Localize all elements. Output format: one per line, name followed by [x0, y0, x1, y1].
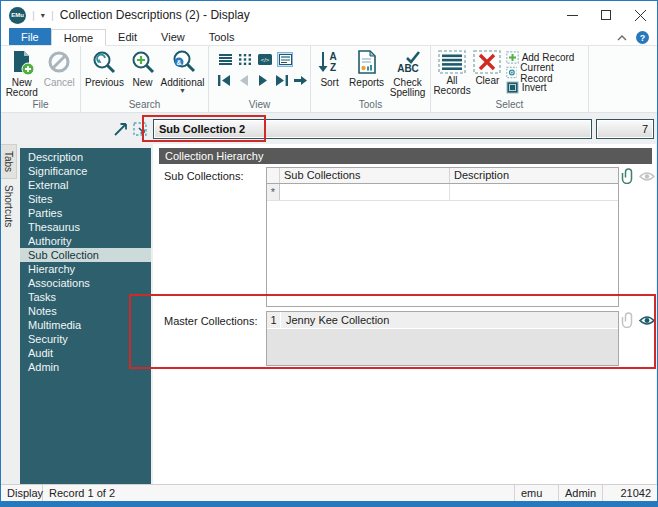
reports-icon	[355, 50, 379, 76]
side-tab-strip: Tabs Shortcuts	[1, 144, 20, 484]
text-view-icon[interactable]: </>	[257, 52, 273, 67]
all-records-icon	[438, 50, 466, 74]
svg-text:ABC: ABC	[397, 63, 419, 74]
select-record-icon[interactable]	[133, 122, 147, 136]
additional-search-button[interactable]: & Additional ▼	[159, 48, 206, 94]
sub-collections-table[interactable]: Sub Collections Description *	[266, 167, 619, 307]
svg-text:</>: </>	[261, 57, 270, 63]
sidebar-item-admin[interactable]: Admin	[20, 360, 151, 374]
collapse-ribbon-icon[interactable]	[617, 35, 627, 41]
ribbon-group-search: Previous New &	[81, 46, 209, 112]
status-code: 21042	[603, 485, 657, 501]
app-window: EMu | ▾ | Collection Descriptions (2) - …	[0, 0, 658, 507]
sidebar-item-description[interactable]: Description	[20, 150, 151, 164]
next-record-icon[interactable]	[255, 73, 270, 87]
group-label-select: Select	[431, 99, 588, 112]
new-search-button[interactable]: New	[126, 48, 159, 88]
sidebar-item-audit[interactable]: Audit	[20, 346, 151, 360]
sidebar-item-external[interactable]: External	[20, 178, 151, 192]
maximize-button[interactable]	[589, 1, 623, 29]
close-button[interactable]	[623, 1, 657, 29]
view-attachment-icon[interactable]	[639, 315, 655, 326]
list-view-icon[interactable]	[217, 52, 233, 67]
invert-selection-icon	[506, 81, 519, 94]
sidebar-item-associations[interactable]: Associations	[20, 276, 151, 290]
status-bar: Display Record 1 of 2 emu Admin 21042	[1, 484, 657, 501]
sidebar-item-hierarchy[interactable]: Hierarchy	[20, 262, 151, 276]
side-tab-shortcuts[interactable]: Shortcuts	[1, 179, 16, 233]
clear-selection-icon	[473, 50, 501, 74]
previous-record-icon[interactable]	[236, 73, 251, 87]
sidebar-item-parties[interactable]: Parties	[20, 206, 151, 220]
status-record-info: Record 1 of 2	[43, 485, 515, 501]
side-tab-tabs[interactable]: Tabs	[1, 144, 17, 179]
tab-home[interactable]: Home	[51, 29, 106, 46]
ribbon-tab-strip: File Home Edit View Tools ?	[1, 29, 657, 46]
description-cell[interactable]	[450, 184, 618, 200]
sidebar-item-authority[interactable]: Authority	[20, 234, 151, 248]
record-summary-bar[interactable]: Sub Collection 2	[153, 119, 592, 139]
record-summary-row: Sub Collection 2 7	[1, 113, 657, 144]
attach-icon[interactable]	[621, 312, 636, 328]
new-row-marker: *	[267, 184, 280, 200]
ribbon: New Record Cancel File	[1, 46, 657, 113]
tab-tools[interactable]: Tools	[197, 28, 247, 45]
master-collections-label: Master Collections:	[164, 315, 258, 327]
master-collection-row[interactable]: 1 Jenny Kee Collection	[267, 312, 618, 329]
new-search-icon	[130, 50, 156, 76]
svg-text:Z: Z	[330, 62, 336, 73]
sort-button[interactable]: A Z Sort	[313, 48, 346, 88]
sidebar-item-thesaurus[interactable]: Thesaurus	[20, 220, 151, 234]
minimize-button[interactable]	[555, 1, 589, 29]
sidebar-item-significance[interactable]: Significance	[20, 164, 151, 178]
goto-record-icon[interactable]	[293, 73, 308, 87]
clear-selection-button[interactable]: Clear	[471, 48, 504, 86]
sidebar-item-security[interactable]: Security	[20, 332, 151, 346]
help-icon[interactable]: ?	[636, 31, 649, 44]
pointer-cursor-icon[interactable]	[114, 122, 127, 136]
previous-search-icon	[91, 50, 117, 76]
check-spelling-button[interactable]: ABC Check Spelling	[387, 48, 428, 98]
sort-icon: A Z	[317, 50, 343, 76]
current-record-button[interactable]: Current Record	[506, 66, 582, 79]
sidebar-item-multimedia[interactable]: Multimedia	[20, 318, 151, 332]
cancel-button[interactable]: Cancel	[41, 48, 79, 88]
view-attachment-icon[interactable]	[639, 171, 655, 182]
additional-dropdown-caret-icon[interactable]: ▼	[179, 88, 186, 94]
grid-view-icon[interactable]	[237, 52, 253, 67]
ribbon-group-tools: A Z Sort Reports	[311, 46, 431, 112]
status-user: Admin	[559, 485, 603, 501]
sidebar-item-sites[interactable]: Sites	[20, 192, 151, 206]
table-row[interactable]: *	[267, 184, 618, 201]
tab-edit[interactable]: Edit	[106, 28, 149, 45]
last-record-icon[interactable]	[274, 73, 289, 87]
record-count-box: 7	[596, 119, 654, 139]
master-collection-value[interactable]: Jenny Kee Collection	[281, 312, 618, 328]
tab-view[interactable]: View	[149, 28, 197, 45]
details-view-icon[interactable]	[277, 52, 293, 67]
all-records-button[interactable]: All Records	[433, 48, 471, 96]
invert-selection-button[interactable]: Invert	[506, 81, 582, 94]
first-record-icon[interactable]	[217, 73, 232, 87]
group-label-search: Search	[81, 99, 208, 112]
titlebar-divider: |	[51, 9, 54, 21]
add-record-icon	[506, 51, 519, 64]
tab-file[interactable]: File	[9, 28, 51, 45]
master-collections-grid[interactable]: 1 Jenny Kee Collection	[266, 311, 619, 366]
row-header-corner	[267, 168, 280, 183]
previous-search-button[interactable]: Previous	[83, 48, 126, 88]
current-record-icon	[506, 66, 518, 79]
sidebar-item-tasks[interactable]: Tasks	[20, 290, 151, 304]
sidebar-item-sub-collection[interactable]: Sub Collection	[20, 248, 151, 262]
column-header-sub-collections: Sub Collections	[280, 168, 450, 183]
new-record-icon	[9, 50, 35, 76]
new-record-button[interactable]: New Record	[3, 48, 41, 98]
main-panel: Collection Hierarchy Sub Collections: Su…	[153, 144, 656, 484]
reports-button[interactable]: Reports	[346, 48, 387, 88]
attach-icon[interactable]	[621, 168, 636, 184]
column-header-description: Description	[450, 168, 618, 183]
quick-access-caret-icon[interactable]: ▾	[41, 11, 45, 20]
sub-collections-cell[interactable]	[280, 184, 450, 200]
status-server: emu	[515, 485, 559, 501]
sidebar-item-notes[interactable]: Notes	[20, 304, 151, 318]
